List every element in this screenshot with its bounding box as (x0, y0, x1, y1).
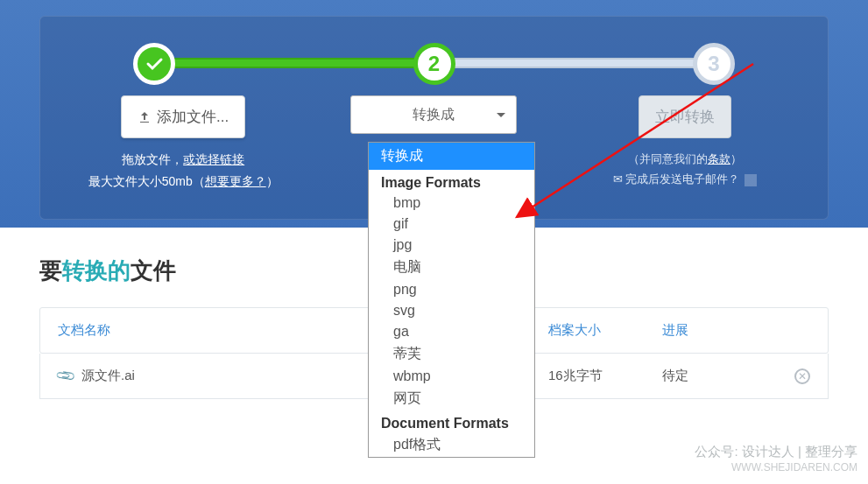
file-size: 16兆字节 (548, 368, 662, 384)
col-progress: 进展 (662, 322, 784, 339)
dropdown-option[interactable]: jpg (369, 235, 534, 256)
remove-file-button[interactable]: ✕ (794, 368, 810, 384)
dropdown-option[interactable]: png (369, 279, 534, 300)
dropdown-option[interactable]: wbmp (369, 366, 534, 387)
step-1-done (133, 43, 175, 85)
want-more-link[interactable]: 想要更多？ (205, 174, 266, 188)
dropdown-option[interactable]: svg (369, 300, 534, 321)
dropdown-option[interactable]: 网页 (369, 387, 534, 410)
dropdown-option[interactable]: 电脑 (369, 256, 534, 279)
svg-line-0 (517, 64, 753, 217)
paperclip-icon: 📎 (54, 364, 77, 387)
file-progress: 待定 (662, 368, 784, 384)
drag-hint: 拖放文件，或选择链接 最大文件大小50mb（想要更多？） (75, 149, 291, 193)
col-size: 档案大小 (548, 322, 662, 339)
dropdown-group-document: Document Formats (369, 410, 534, 433)
upload-icon (138, 110, 152, 124)
annotation-arrow (490, 60, 762, 226)
dropdown-option[interactable]: ga (369, 321, 534, 342)
step-2-active: 2 (413, 43, 455, 85)
add-files-button[interactable]: 添加文件... (121, 95, 245, 138)
dropdown-option[interactable]: pdf格式 (369, 433, 534, 457)
file-name: 源文件.ai (81, 368, 135, 382)
choose-link[interactable]: 或选择链接 (183, 152, 244, 166)
watermark: 公众号: 设计达人 | 整理分享 WWW.SHEJIDAREN.COM (695, 442, 857, 475)
dropdown-option[interactable]: 蒂芙 (369, 342, 534, 366)
